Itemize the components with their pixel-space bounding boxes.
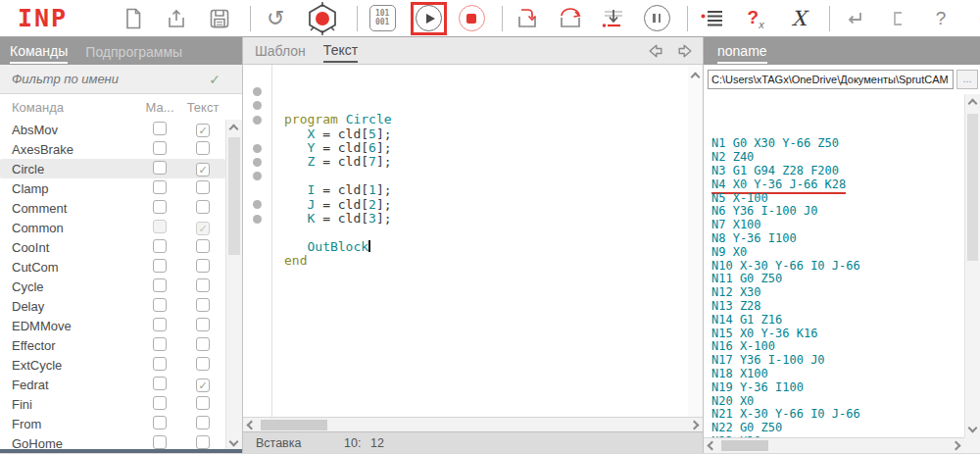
text-checkbox[interactable] (196, 200, 210, 214)
command-row[interactable]: CutCom (0, 257, 225, 277)
filter-check-icon[interactable]: ✓ (209, 72, 220, 87)
code-line[interactable]: OutBlock (284, 240, 688, 254)
macro-checkbox[interactable] (153, 357, 167, 371)
macro-checkbox[interactable] (153, 298, 167, 312)
code-line[interactable]: Z = cld[7]; (284, 155, 688, 169)
code-line[interactable]: X = cld[5]; (284, 127, 688, 141)
gcode-line[interactable]: N4 X0 Y-36 J-66 K28 (711, 178, 964, 192)
scrollbar-thumb[interactable] (228, 137, 240, 255)
scrollbar-thumb[interactable] (967, 114, 978, 261)
gutter-line[interactable] (243, 198, 271, 212)
command-row[interactable]: AxesBrake (0, 139, 225, 159)
gcode-line[interactable]: N11 G0 Z50 (711, 273, 964, 286)
run-button[interactable] (416, 5, 442, 31)
undo-button[interactable]: ↺ (261, 3, 290, 34)
command-row[interactable]: Fedrat (0, 375, 225, 394)
text-checkbox[interactable] (196, 337, 210, 351)
breakpoint-dot[interactable] (253, 215, 262, 224)
command-row[interactable]: CooInt (0, 237, 225, 257)
gcode-line[interactable]: N7 X100 (711, 219, 964, 232)
macro-checkbox[interactable] (153, 435, 167, 449)
step-over-button[interactable] (556, 3, 585, 34)
gcode-line[interactable]: N1 G0 X30 Y-66 Z50 (711, 137, 964, 151)
command-row[interactable]: EDMMove (0, 316, 225, 335)
breakpoint-list-button[interactable] (698, 3, 727, 34)
macro-checkbox[interactable] (153, 396, 167, 410)
scroll-up-icon[interactable] (229, 125, 239, 134)
breakpoint-dot[interactable] (253, 200, 262, 209)
breakpoint-dot[interactable] (253, 144, 262, 153)
gutter-line[interactable] (243, 71, 271, 84)
help-button[interactable]: ? (926, 3, 956, 34)
code-line[interactable] (284, 226, 688, 239)
navigate-back-icon[interactable] (646, 41, 665, 61)
gcode-line[interactable]: N9 X0 (711, 246, 964, 260)
gcode-line[interactable]: N3 G1 G94 Z28 F200 (711, 165, 964, 178)
scroll-down-icon[interactable] (229, 437, 239, 447)
scroll-up-icon[interactable] (968, 99, 978, 109)
command-row[interactable]: AbsMov (0, 120, 225, 139)
output-hscrollbar[interactable] (704, 437, 964, 453)
gutter-line[interactable] (243, 155, 271, 169)
gcode-line[interactable]: N19 Y-36 I100 (711, 381, 964, 395)
text-checkbox[interactable] (196, 141, 210, 155)
gcode-line[interactable]: N17 Y36 I-100 J0 (711, 354, 964, 368)
text-checkbox[interactable] (196, 357, 210, 371)
gcode-line[interactable]: N20 X0 (711, 395, 964, 409)
tab-noname[interactable]: noname (717, 39, 767, 64)
binary-code-button[interactable]: 101 001 (368, 3, 397, 34)
command-row[interactable]: Effector (0, 335, 225, 355)
gcode-line[interactable]: N12 X30 (711, 286, 964, 300)
gcode-line[interactable]: N22 G0 Z50 (711, 422, 964, 435)
run-to-line-button[interactable] (599, 3, 628, 34)
output-vscrollbar[interactable] (964, 94, 980, 437)
text-checkbox[interactable] (196, 239, 210, 253)
breakpoint-dot[interactable] (253, 172, 262, 180)
command-row[interactable]: From (0, 414, 225, 433)
macro-checkbox[interactable] (153, 122, 167, 135)
gcode-line[interactable]: N10 X-30 Y-66 I0 J-66 (711, 260, 964, 274)
macro-checkbox[interactable] (153, 318, 167, 331)
scroll-left-icon[interactable] (247, 421, 257, 430)
gutter-line[interactable] (243, 183, 271, 197)
command-row[interactable]: Fini (0, 394, 225, 414)
gutter-line[interactable] (243, 113, 271, 126)
code-line[interactable]: program Circle (284, 113, 688, 126)
return-button[interactable] (840, 3, 869, 34)
minimize-button[interactable]: – (969, 3, 980, 34)
navigate-forward-icon[interactable] (675, 41, 695, 61)
command-row[interactable]: Delay (0, 296, 225, 316)
gcode-line[interactable]: N18 X100 (711, 368, 964, 381)
gutter-line[interactable] (243, 84, 271, 98)
breakpoint-dot[interactable] (253, 158, 262, 167)
text-checkbox[interactable] (196, 396, 210, 410)
gcode-line[interactable]: N6 Y36 I-100 J0 (711, 205, 964, 219)
gutter-line[interactable] (243, 141, 271, 155)
scroll-right-icon[interactable] (690, 421, 700, 430)
macro-checkbox[interactable] (153, 416, 167, 429)
code-line[interactable] (284, 170, 688, 183)
tab-text[interactable]: Текст (323, 38, 358, 63)
gcode-line[interactable]: N15 X0 Y-36 K16 (711, 328, 964, 341)
save-button[interactable] (205, 3, 234, 34)
scroll-down-icon[interactable] (968, 424, 978, 433)
text-checkbox[interactable] (196, 278, 210, 292)
macro-checkbox[interactable] (153, 180, 167, 194)
command-row[interactable]: GoHome (0, 433, 225, 449)
text-checkbox[interactable] (196, 298, 210, 312)
stop-button[interactable] (457, 3, 486, 34)
tab-subprograms[interactable]: Подпрограммы (85, 40, 182, 63)
scroll-right-icon[interactable] (952, 441, 961, 451)
text-checkbox[interactable] (196, 259, 210, 273)
gcode-output[interactable]: N1 G0 X30 Y-66 Z50N2 Z40N3 G1 G94 Z28 F2… (704, 94, 964, 437)
gcode-line[interactable]: N13 Z28 (711, 300, 964, 314)
macro-checkbox[interactable] (153, 337, 167, 351)
macro-checkbox[interactable] (153, 141, 167, 155)
browse-button[interactable]: ... (956, 70, 978, 89)
command-row[interactable]: Common (0, 218, 225, 237)
macro-checkbox[interactable] (153, 200, 167, 214)
code-editor[interactable]: program Circle X = cld[5]; Y = cld[6]; Z… (243, 65, 703, 417)
macro-checkbox[interactable] (153, 220, 167, 233)
gutter-line[interactable] (243, 99, 271, 113)
scroll-up-icon[interactable] (691, 73, 701, 82)
